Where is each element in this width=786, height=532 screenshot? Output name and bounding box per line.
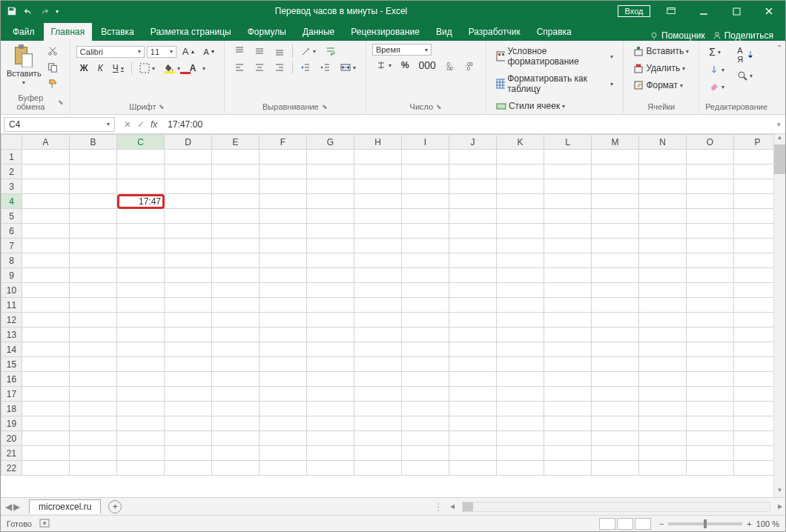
cell[interactable] [639, 150, 687, 164]
cell[interactable] [544, 357, 592, 372]
cell[interactable] [22, 327, 70, 342]
qat-dropdown-icon[interactable]: ▾ [56, 8, 59, 15]
cell[interactable] [544, 431, 592, 446]
cell[interactable] [449, 179, 497, 194]
cell[interactable] [165, 239, 212, 253]
increase-indent-icon[interactable] [317, 60, 334, 75]
cell[interactable] [592, 283, 639, 298]
cell[interactable] [497, 416, 544, 431]
cell[interactable] [260, 164, 307, 179]
cell[interactable] [165, 164, 212, 179]
cell[interactable] [212, 313, 260, 327]
cell[interactable] [212, 253, 260, 268]
cell[interactable] [70, 164, 117, 179]
cell[interactable] [165, 209, 212, 224]
cell[interactable] [402, 431, 449, 446]
cell[interactable] [449, 209, 497, 224]
cell[interactable] [70, 387, 117, 402]
cell[interactable] [165, 313, 212, 327]
cell[interactable] [307, 402, 354, 416]
cell[interactable] [354, 253, 402, 268]
cell[interactable] [497, 194, 544, 209]
close-icon[interactable] [753, 1, 785, 21]
vertical-scrollbar[interactable]: ▲ ▼ [773, 134, 785, 497]
cell[interactable] [592, 298, 639, 313]
cell[interactable] [497, 239, 544, 253]
cell[interactable] [70, 357, 117, 372]
sheet-nav-prev-icon[interactable]: ◀ [5, 502, 12, 512]
cell[interactable] [687, 372, 734, 387]
cell[interactable] [260, 239, 307, 253]
cell[interactable] [592, 224, 639, 239]
insert-cells-button[interactable]: Вставить ▾ [630, 44, 693, 59]
hscroll-right-icon[interactable]: ▶ [775, 503, 785, 510]
cell[interactable] [117, 150, 165, 164]
cell[interactable] [117, 224, 165, 239]
cell[interactable] [687, 179, 734, 194]
cell[interactable] [687, 327, 734, 342]
cell[interactable] [639, 431, 687, 446]
column-header[interactable]: A [22, 135, 70, 150]
view-pagebreak-icon[interactable] [635, 518, 651, 530]
cell[interactable] [212, 357, 260, 372]
align-middle-icon[interactable] [251, 44, 268, 59]
cell[interactable] [639, 416, 687, 431]
column-header[interactable]: K [497, 135, 544, 150]
row-header[interactable]: 13 [1, 327, 22, 342]
cell[interactable] [449, 446, 497, 461]
cell[interactable] [402, 298, 449, 313]
cell[interactable] [544, 416, 592, 431]
cell[interactable] [117, 387, 165, 402]
font-size-combo[interactable]: 11▾ [147, 46, 176, 58]
cell[interactable] [639, 253, 687, 268]
cell[interactable] [497, 164, 544, 179]
cell[interactable] [260, 209, 307, 224]
row-header[interactable]: 5 [1, 209, 22, 224]
cell[interactable] [402, 209, 449, 224]
cell[interactable] [260, 431, 307, 446]
cell[interactable] [117, 283, 165, 298]
cell[interactable] [639, 372, 687, 387]
column-header[interactable]: C [117, 135, 165, 150]
cell[interactable] [22, 268, 70, 283]
maximize-icon[interactable] [720, 1, 753, 21]
cell[interactable] [639, 446, 687, 461]
cell[interactable] [260, 150, 307, 164]
cell[interactable] [354, 164, 402, 179]
cell[interactable] [402, 342, 449, 357]
cell[interactable] [70, 224, 117, 239]
cell[interactable] [165, 327, 212, 342]
cell[interactable] [260, 342, 307, 357]
conditional-formatting-button[interactable]: Условное форматирование ▾ [492, 44, 617, 69]
cancel-formula-icon[interactable]: ✕ [124, 119, 131, 130]
tab-insert[interactable]: Вставка [93, 23, 142, 41]
cell[interactable] [165, 179, 212, 194]
paste-icon[interactable] [13, 44, 34, 67]
cell[interactable] [165, 402, 212, 416]
column-header[interactable]: B [70, 135, 117, 150]
align-right-icon[interactable] [271, 60, 288, 75]
cell[interactable] [497, 387, 544, 402]
find-select-button[interactable]: ▾ [733, 68, 758, 83]
cell[interactable] [260, 357, 307, 372]
cell[interactable] [639, 239, 687, 253]
cell[interactable] [497, 283, 544, 298]
cell[interactable] [592, 150, 639, 164]
cell[interactable] [402, 194, 449, 209]
ribbon-options-icon[interactable] [655, 1, 687, 21]
cell[interactable] [544, 402, 592, 416]
cell[interactable] [212, 283, 260, 298]
cell[interactable] [354, 283, 402, 298]
cell[interactable] [592, 179, 639, 194]
cell[interactable] [544, 372, 592, 387]
cell[interactable] [544, 327, 592, 342]
cell[interactable] [687, 150, 734, 164]
cell[interactable] [639, 357, 687, 372]
cell[interactable] [687, 431, 734, 446]
cell[interactable] [22, 239, 70, 253]
tab-home[interactable]: Главная [44, 23, 93, 41]
cell[interactable] [117, 313, 165, 327]
cell[interactable] [70, 179, 117, 194]
minimize-icon[interactable] [687, 1, 720, 21]
align-top-icon[interactable] [231, 44, 248, 59]
